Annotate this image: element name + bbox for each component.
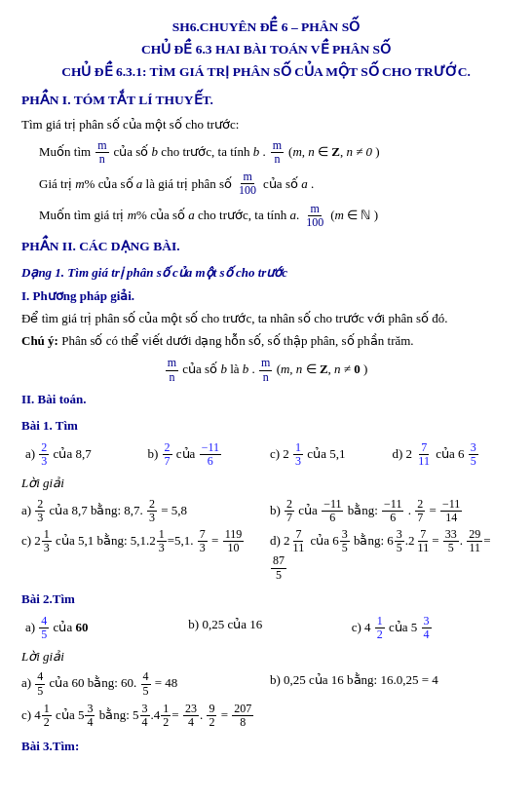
b2-sol-a-frac2: 45 — [141, 670, 151, 697]
dang1-title: Dạng 1. Tìm giá trị phân số của một số c… — [21, 263, 511, 283]
b2-sol-a-frac: 45 — [35, 670, 45, 697]
fraction-m-n-1: m n — [95, 139, 108, 166]
main-title: SH6.CHUYÊN ĐỀ 6 – PHÂN SỐ — [21, 18, 511, 38]
bai2-c-text: của 5 — [389, 620, 417, 634]
chu-y-label: Chú ý: — [21, 333, 58, 348]
fraction-m-100-2: m 100 — [304, 203, 325, 229]
bai1-a-text: của 8,7 — [54, 446, 92, 461]
rule2-text1: Giá trị m% của số a là giá trị phân số — [39, 174, 232, 194]
sol-c-frac3: 73 — [198, 528, 208, 554]
section-title: CHỦ ĐỀ 6.3.1: TÌM GIÁ TRỊ PHÂN SỐ CỦA MỘ… — [21, 62, 511, 83]
b2-sol-c-frac6: 92 — [207, 703, 216, 729]
bai2-c-label: c) 4 — [352, 620, 371, 634]
part1-intro: Tìm giá trị phân số của một số cho trước… — [21, 115, 511, 134]
bai2-a-text: của 60 — [54, 620, 89, 634]
sol-b-frac4: 27 — [415, 498, 425, 524]
sol-c-frac4: 11910 — [223, 528, 245, 554]
rule3-text1: Muốn tìm giá trị m% của số a cho trước, … — [39, 206, 299, 225]
chu-y-content: Phân số có thể viết dưới dạng hỗn số, số… — [61, 333, 413, 348]
rule1-cond: (m, n ∈ Z, n ≠ 0 ) — [288, 142, 380, 162]
bai2-sol-a: a) 45 của 60 bằng: 60. 45 = 48 — [21, 669, 262, 698]
rule1-text2: của số b cho trước, ta tính b . — [114, 142, 266, 162]
bai2-ex-b: b) 0,25 của 16 — [184, 613, 347, 643]
bai2-ex-a: a) 4 5 của 60 — [21, 613, 184, 643]
bai1-b-frac: 2 7 — [163, 441, 172, 468]
sol-a-frac: 23 — [35, 498, 45, 524]
formula-center: m n của số b là b . m n (m, n ∈ Z, n ≠ 0… — [21, 357, 511, 383]
sol-d-frac7: 875 — [271, 554, 286, 581]
bai2-solutions: a) 45 của 60 bằng: 60. 45 = 48 b) 0,25 c… — [21, 669, 511, 698]
bai2-a-frac: 4 5 — [39, 615, 49, 641]
fraction-m-n-2: m n — [271, 139, 284, 166]
bai1-ex-b: b) 2 7 của −11 6 — [144, 439, 267, 470]
b2-sol-c-frac: 12 — [42, 703, 52, 729]
formula-cond: (m, n ∈ Z, n ≠ 0 ) — [277, 361, 368, 376]
sol-a-frac2: 23 — [147, 498, 157, 524]
bai1-a-frac: 2 3 — [39, 441, 49, 468]
bai3-title: Bài 3.Tìm: — [21, 737, 511, 756]
frac-m-n-center: m n — [166, 357, 178, 383]
rule2-text2: của số a . — [263, 174, 314, 194]
b2-sol-c-frac5: 234 — [183, 703, 199, 729]
bai1-sol-d: d) 2711 của 635 bằng: 635.2711= 335. 291… — [270, 527, 511, 583]
bai1-c-label: c) 2 — [270, 446, 289, 461]
rule1-text: Muốn tìm — [39, 142, 91, 162]
sol-d-frac: 711 — [291, 528, 307, 554]
bai1-title: Bài 1. Tìm — [21, 416, 511, 436]
bai1-d-label: d) 2 — [393, 446, 413, 461]
sol-b-frac2: −116 — [322, 498, 343, 524]
sol-d-frac4: 711 — [416, 528, 432, 554]
sol-b-frac: 27 — [285, 498, 294, 524]
bai1-solutions: a) 23 của 8,7 bằng: 8,7. 23 = 5,8 b) 27 … — [21, 497, 511, 583]
sol-d-frac3: 35 — [395, 528, 404, 554]
bai1-d-text: của 6 — [436, 446, 464, 461]
bai2-sol-b: b) 0,25 của 16 bằng: 16.0,25 = 4 — [270, 669, 511, 698]
bai1-c-frac: 1 3 — [293, 441, 303, 468]
b2-sol-c-frac3: 34 — [140, 703, 150, 729]
bai2-ex-c: c) 4 1 2 của 5 3 4 — [348, 613, 511, 643]
bai1-loi-giai: Lời giải — [21, 474, 511, 493]
sol-d-frac2: 35 — [340, 528, 350, 554]
b2-sol-c-frac2: 34 — [85, 703, 95, 729]
bai2-title: Bài 2.Tìm — [21, 590, 511, 609]
bai1-sol-a: a) 23 của 8,7 bằng: 8,7. 23 = 5,8 — [21, 497, 262, 525]
rule2-line: Giá trị m% của số a là giá trị phân số m… — [39, 171, 511, 197]
bai2-loi-giai: Lời giải — [21, 647, 511, 666]
frac-m-n-center2: m n — [259, 357, 272, 383]
bai2-c-frac2: 3 4 — [422, 615, 432, 641]
sol-d-frac6: 2911 — [467, 528, 482, 554]
sol-d-frac5: 335 — [443, 528, 459, 554]
bai1-exercises: a) 2 3 của 8,7 b) 2 7 của −11 6 c) 2 1 3… — [21, 439, 511, 470]
fraction-m-100: m 100 — [237, 171, 258, 197]
sub-title: CHỦ ĐỀ 6.3 HAI BÀI TOÁN VỀ PHÂN SỐ — [21, 40, 511, 60]
bai2-sol-c: c) 412 của 534 bằng: 534.412= 234. 92 = … — [21, 702, 511, 730]
bai2-exercises: a) 4 5 của 60 b) 0,25 của 16 c) 4 1 2 củ… — [21, 613, 511, 643]
bai1-b-label: b) — [148, 446, 162, 461]
rule3-line: Muốn tìm giá trị m% của số a cho trước, … — [39, 203, 511, 229]
bai1-b-frac2: −11 6 — [200, 441, 221, 468]
b2-sol-c-frac7: 2078 — [232, 703, 253, 729]
bai1-sol-b: b) 27 của −116 bằng: −116 . 27 = −1114 — [270, 497, 511, 525]
b2-sol-c-frac4: 12 — [161, 703, 171, 729]
bai2-a-label: a) — [25, 620, 38, 634]
bai1-ex-c: c) 2 1 3 của 5,1 — [266, 439, 389, 470]
part2-title: PHẦN II. CÁC DẠNG BÀI. — [21, 237, 511, 257]
bai1-c-text: của 5,1 — [307, 446, 345, 461]
sol-b-frac3: −116 — [382, 498, 403, 524]
bai2-b-text: b) 0,25 của 16 — [188, 617, 262, 631]
bai1-ex-a: a) 2 3 của 8,7 — [21, 439, 144, 470]
chu-y: Chú ý: Phân số có thể viết dưới dạng hỗn… — [21, 331, 511, 351]
bai-toan-title: II. Bài toán. — [21, 390, 511, 409]
bai1-b-text: của — [176, 446, 199, 461]
bai1-a-label: a) — [25, 446, 38, 461]
sol-c-frac: 13 — [42, 528, 52, 554]
rule3-cond: (m ∈ ℕ ) — [330, 206, 378, 225]
sol-c-frac2: 13 — [157, 528, 167, 554]
rule1-line: Muốn tìm m n của số b cho trước, ta tính… — [39, 139, 511, 166]
bai1-sol-c: c) 213 của 5,1 bằng: 5,1.213=5,1. 73 = 1… — [21, 527, 262, 583]
sol-b-frac5: −1114 — [440, 498, 462, 524]
pp-text: Để tìm giá trị phân số của một số cho tr… — [21, 309, 511, 328]
formula-of: của số b là b . — [182, 361, 255, 376]
part1-title: PHẦN I. TÓM TẮT LÍ THUYẾT. — [21, 91, 511, 111]
bai2-c-frac: 1 2 — [375, 615, 385, 641]
